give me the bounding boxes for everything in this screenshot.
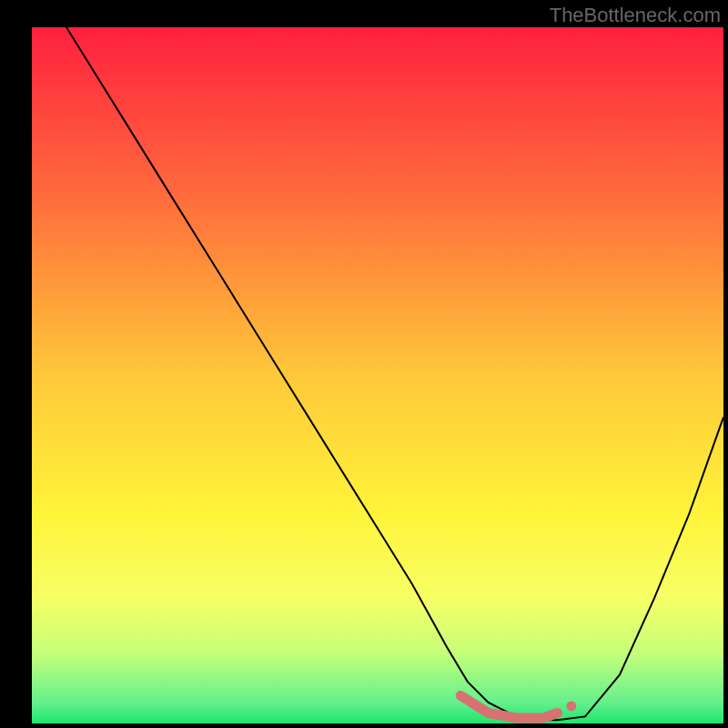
optimal-zone-end-dot	[566, 701, 576, 711]
chart-canvas	[0, 0, 728, 728]
plot-background	[32, 27, 723, 723]
bottleneck-chart	[0, 0, 728, 728]
watermark-text: TheBottleneck.com	[550, 4, 721, 27]
